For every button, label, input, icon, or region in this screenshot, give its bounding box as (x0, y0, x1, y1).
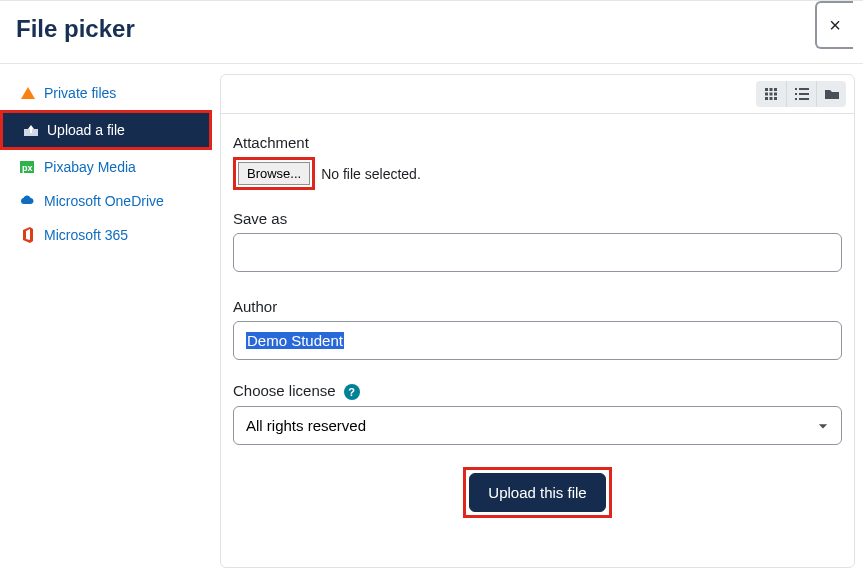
svg-rect-9 (765, 97, 768, 100)
dialog-title: File picker (16, 15, 135, 43)
close-button[interactable]: × (815, 1, 853, 49)
private-files-icon (20, 85, 36, 101)
list-icon (795, 88, 809, 100)
license-label: Choose license ? (233, 382, 842, 400)
sidebar-item-label: Microsoft OneDrive (44, 193, 164, 209)
no-file-text: No file selected. (321, 166, 421, 182)
view-mode-group (756, 81, 846, 107)
dialog-body: Private files Upload a file px Pixabay M… (0, 64, 863, 568)
svg-rect-6 (765, 93, 768, 96)
view-list-button[interactable] (786, 81, 816, 107)
sidebar-item-pixabay[interactable]: px Pixabay Media (0, 150, 212, 184)
svg-text:px: px (22, 163, 33, 173)
dialog-header: File picker × (0, 1, 863, 64)
sidebar-item-label: Microsoft 365 (44, 227, 128, 243)
sidebar-item-label: Pixabay Media (44, 159, 136, 175)
panel-toolbar (221, 75, 854, 114)
pixabay-icon: px (20, 159, 36, 175)
svg-rect-4 (770, 88, 773, 91)
saveas-field: Save as (233, 210, 842, 294)
license-select[interactable]: All rights reserved (233, 406, 842, 445)
svg-rect-16 (795, 98, 797, 100)
attachment-field: Attachment Browse... No file selected. (233, 134, 842, 206)
file-input-wrap: Browse... No file selected. (233, 157, 421, 190)
upload-button[interactable]: Upload this file (469, 473, 605, 512)
saveas-label: Save as (233, 210, 842, 227)
svg-rect-7 (770, 93, 773, 96)
svg-rect-11 (774, 97, 777, 100)
browse-highlight: Browse... (233, 157, 315, 190)
svg-rect-12 (795, 88, 797, 90)
main-panel-wrapper: Attachment Browse... No file selected. S… (212, 64, 863, 568)
svg-rect-10 (770, 97, 773, 100)
svg-rect-15 (799, 93, 809, 95)
author-field: Author Demo Student (233, 298, 842, 360)
sidebar-item-label: Private files (44, 85, 116, 101)
submit-highlight: Upload this file (463, 467, 611, 518)
attachment-label: Attachment (233, 134, 842, 151)
microsoft365-icon (20, 227, 36, 243)
upload-icon (23, 122, 39, 138)
svg-rect-14 (795, 93, 797, 95)
author-label: Author (233, 298, 842, 315)
sidebar-item-microsoft365[interactable]: Microsoft 365 (0, 218, 212, 252)
grid-icon (765, 88, 777, 100)
file-picker-dialog: File picker × Private files Upload a fil… (0, 0, 863, 576)
sidebar-item-label: Upload a file (47, 122, 125, 138)
sidebar-item-onedrive[interactable]: Microsoft OneDrive (0, 184, 212, 218)
submit-wrap: Upload this file (233, 467, 842, 518)
author-input[interactable]: Demo Student (233, 321, 842, 360)
saveas-input[interactable] (233, 233, 842, 272)
sidebar-item-upload-file[interactable]: Upload a file (0, 110, 212, 150)
onedrive-icon (20, 193, 36, 209)
svg-rect-5 (774, 88, 777, 91)
sidebar-item-private-files[interactable]: Private files (0, 76, 212, 110)
svg-rect-8 (774, 93, 777, 96)
view-tree-button[interactable] (816, 81, 846, 107)
help-icon[interactable]: ? (344, 384, 360, 400)
svg-rect-17 (799, 98, 809, 100)
svg-rect-3 (765, 88, 768, 91)
view-icons-button[interactable] (756, 81, 786, 107)
main-panel: Attachment Browse... No file selected. S… (220, 74, 855, 568)
license-field: Choose license ? All rights reserved (233, 382, 842, 445)
svg-rect-13 (799, 88, 809, 90)
browse-button[interactable]: Browse... (238, 162, 310, 185)
folder-icon (825, 88, 839, 100)
repository-sidebar: Private files Upload a file px Pixabay M… (0, 64, 212, 568)
upload-form: Attachment Browse... No file selected. S… (221, 114, 854, 538)
